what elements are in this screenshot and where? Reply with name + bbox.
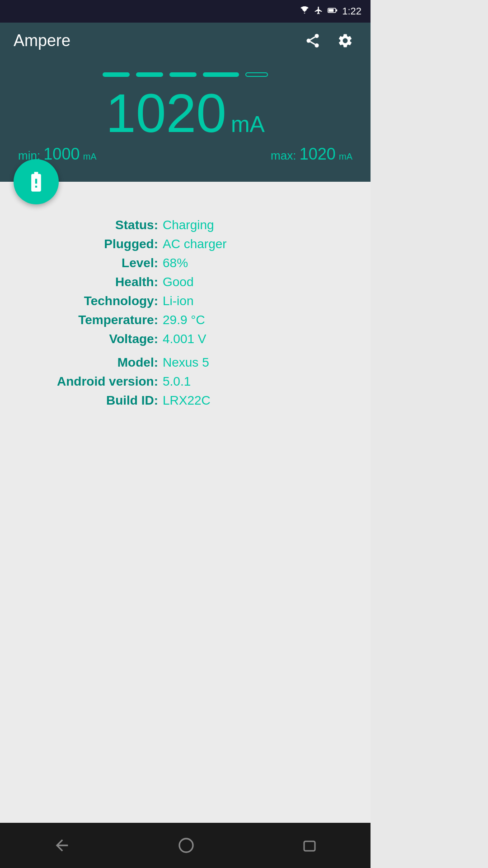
back-icon (53, 836, 71, 854)
level-value: 68% (163, 256, 188, 270)
bar-3 (169, 72, 197, 77)
plugged-label: Plugged: (18, 237, 163, 251)
status-time: 1:22 (342, 5, 361, 17)
max-reading: max: 1020 mA (271, 145, 352, 164)
airplane-icon (314, 6, 323, 17)
min-max-row: min: 1000 mA max: 1020 mA (14, 145, 357, 164)
temperature-value: 29.9 °C (163, 313, 205, 327)
svg-point-3 (315, 34, 319, 38)
main-reading: 1020 mA (106, 86, 265, 140)
level-row: Level: 68% (18, 256, 352, 270)
build-id-value: LRX22C (163, 393, 211, 408)
bar-1 (103, 72, 130, 77)
status-label: Status: (18, 218, 163, 232)
status-row: Status: Charging (18, 218, 352, 232)
bar-4 (203, 72, 239, 77)
svg-point-4 (307, 39, 311, 43)
plugged-value: AC charger (163, 237, 227, 251)
battery-circle-icon (14, 159, 59, 204)
current-unit: mA (231, 111, 265, 137)
svg-point-8 (179, 839, 193, 852)
app-bar: Ampere (0, 23, 371, 59)
app-title: Ampere (14, 31, 301, 50)
svg-line-6 (310, 42, 315, 44)
svg-point-5 (315, 43, 319, 47)
technology-label: Technology: (18, 294, 163, 308)
model-row: Model: Nexus 5 (18, 355, 352, 370)
bar-2 (136, 72, 163, 77)
battery-charging-icon (24, 170, 48, 193)
home-button[interactable] (170, 830, 202, 861)
android-version-row: Android version: 5.0.1 (18, 374, 352, 389)
signal-bars (103, 72, 268, 77)
share-button[interactable] (301, 29, 324, 52)
wifi-icon (300, 6, 310, 17)
health-value: Good (163, 275, 194, 289)
status-bar: 1:22 (0, 0, 371, 23)
battery-status-icon (328, 7, 338, 16)
voltage-label: Voltage: (18, 332, 163, 346)
svg-line-7 (310, 37, 315, 40)
home-icon (177, 836, 195, 854)
model-value: Nexus 5 (163, 355, 209, 370)
share-icon (305, 33, 321, 49)
status-value: Charging (163, 218, 214, 232)
temperature-row: Temperature: 29.9 °C (18, 313, 352, 327)
svg-rect-1 (336, 9, 337, 11)
voltage-row: Voltage: 4.001 V (18, 332, 352, 346)
voltage-value: 4.001 V (163, 332, 206, 346)
health-label: Health: (18, 275, 163, 289)
model-label: Model: (18, 355, 163, 370)
android-version-label: Android version: (18, 374, 163, 389)
bar-5 (245, 72, 268, 77)
android-version-value: 5.0.1 (163, 374, 191, 389)
svg-rect-9 (304, 841, 315, 851)
build-id-label: Build ID: (18, 393, 163, 408)
technology-value: Li-ion (163, 294, 193, 308)
health-row: Health: Good (18, 275, 352, 289)
recents-icon (301, 837, 318, 854)
nav-bar (0, 823, 371, 868)
back-button[interactable] (46, 830, 78, 861)
level-label: Level: (18, 256, 163, 270)
recents-button[interactable] (295, 830, 324, 860)
current-value: 1020 (106, 86, 226, 140)
build-id-row: Build ID: LRX22C (18, 393, 352, 408)
temperature-label: Temperature: (18, 313, 163, 327)
header-area: 1020 mA min: 1000 mA max: 1020 mA (0, 59, 371, 182)
info-table: Status: Charging Plugged: AC charger Lev… (0, 191, 371, 430)
settings-button[interactable] (333, 29, 357, 52)
content-area: Status: Charging Plugged: AC charger Lev… (0, 182, 371, 823)
settings-icon (337, 33, 353, 49)
technology-row: Technology: Li-ion (18, 294, 352, 308)
plugged-row: Plugged: AC charger (18, 237, 352, 251)
svg-rect-2 (329, 9, 334, 11)
